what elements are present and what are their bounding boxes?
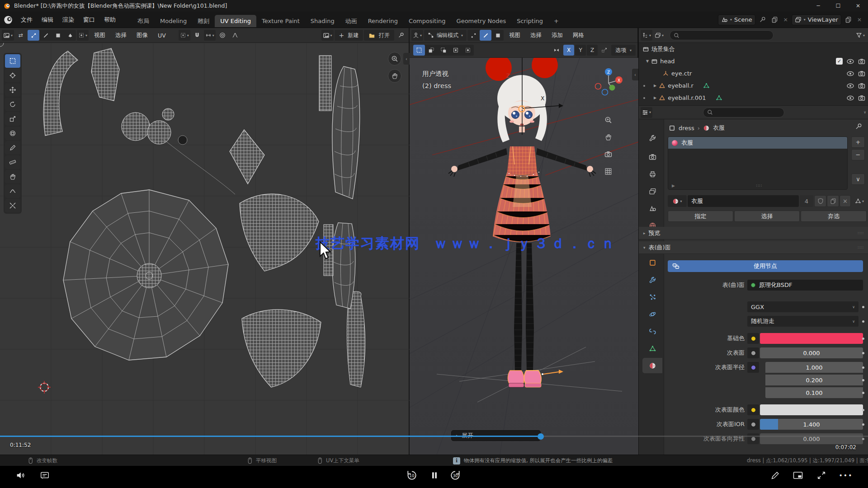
menu-render[interactable]: 渲染 bbox=[58, 14, 79, 26]
keyframe-dot[interactable] bbox=[862, 352, 864, 354]
nodetree-link-button[interactable]: ▾ bbox=[852, 195, 867, 207]
keyframe-dot[interactable] bbox=[862, 306, 864, 308]
panel-grip[interactable]: ∷∷ bbox=[858, 245, 864, 250]
tab-particles[interactable] bbox=[642, 289, 662, 305]
select-mode-edge[interactable] bbox=[480, 30, 491, 41]
blender-menu-icon[interactable] bbox=[4, 15, 13, 24]
viewport-pan-button[interactable] bbox=[601, 130, 615, 144]
workspace-tab-texture-paint[interactable]: Texture Paint bbox=[256, 15, 305, 27]
viewport-menu-select[interactable]: 选择 bbox=[526, 29, 546, 41]
uv-select-mode-face[interactable] bbox=[52, 30, 64, 41]
menu-help[interactable]: 帮助 bbox=[99, 14, 120, 26]
view-layer-selector[interactable]: ▾ ViewLayer bbox=[792, 14, 841, 25]
options-dropdown[interactable]: 选项 ▾ bbox=[611, 45, 636, 56]
workspace-tab-modeling[interactable]: Modeling bbox=[155, 15, 192, 27]
keyframe-dot[interactable] bbox=[862, 409, 864, 411]
forward-30-button[interactable]: 30 bbox=[448, 469, 462, 482]
uv-zoom-in-button[interactable] bbox=[388, 52, 401, 66]
subsurface-aniso-socket[interactable] bbox=[747, 433, 759, 444]
add-workspace-button[interactable]: + bbox=[548, 15, 564, 27]
surface-panel-header[interactable]: ▾ 表(曲)面 ∷∷ bbox=[639, 241, 868, 254]
outliner-display-mode-button[interactable]: ▾ bbox=[653, 30, 665, 41]
keyframe-dot[interactable] bbox=[862, 423, 864, 426]
select-button[interactable]: 选择 bbox=[734, 211, 800, 222]
subsurface-value[interactable]: 0.000 bbox=[760, 347, 863, 358]
surface-shader-field[interactable]: 原理化BSDF bbox=[747, 280, 863, 291]
mirror-z-button[interactable]: Z bbox=[587, 45, 598, 56]
hide-eye-icon[interactable] bbox=[847, 58, 854, 65]
uv-sync-selection-toggle[interactable]: ⇄ bbox=[15, 30, 27, 41]
subsurface-color-swatch[interactable] bbox=[760, 404, 863, 415]
keyframe-dot[interactable] bbox=[862, 320, 864, 323]
properties-search-input[interactable] bbox=[703, 108, 784, 117]
pin-scene-icon[interactable] bbox=[757, 14, 768, 25]
copy-scene-icon[interactable] bbox=[769, 14, 780, 25]
minimize-button[interactable]: ─ bbox=[808, 0, 828, 12]
workspace-tab-scripting[interactable]: Scripting bbox=[511, 15, 548, 27]
slot-list-grip[interactable]: ∷∷ bbox=[756, 183, 762, 188]
select-tool-new[interactable] bbox=[413, 45, 425, 56]
uv-tool-pinch-brush[interactable] bbox=[5, 199, 20, 212]
material-slot-row[interactable]: 衣服 bbox=[668, 137, 847, 149]
subsurface-ior-socket[interactable] bbox=[747, 419, 759, 430]
keyframe-dot[interactable] bbox=[862, 438, 864, 440]
render-camera-icon[interactable] bbox=[858, 82, 865, 89]
annotate-pencil-icon[interactable] bbox=[769, 469, 782, 482]
hide-eye-icon[interactable] bbox=[847, 82, 854, 89]
workspace-tab-animation[interactable]: 动画 bbox=[340, 15, 363, 27]
menu-window[interactable]: 窗口 bbox=[79, 14, 99, 26]
sss-method-dropdown[interactable]: 随机游走∨ bbox=[747, 316, 859, 327]
select-mode-face[interactable] bbox=[492, 30, 504, 41]
preview-panel-header[interactable]: ▸ 预览 ∷∷ bbox=[639, 227, 868, 239]
hide-eye-icon[interactable] bbox=[847, 94, 854, 102]
tab-constraints[interactable] bbox=[642, 324, 662, 339]
use-nodes-button[interactable]: 使用节点 bbox=[668, 260, 863, 272]
mirror-icon[interactable] bbox=[551, 45, 562, 56]
select-mode-vertex[interactable] bbox=[467, 30, 479, 41]
tab-modifiers[interactable] bbox=[642, 272, 662, 287]
outliner-row-eye-ctr[interactable]: eye.ctr bbox=[639, 67, 868, 80]
subsurface-radius-x[interactable]: 1.000 bbox=[765, 362, 863, 373]
uv-pan-button[interactable] bbox=[388, 69, 401, 83]
distribution-dropdown[interactable]: GGX∨ bbox=[747, 301, 859, 312]
close-button[interactable]: ✕ bbox=[848, 0, 868, 12]
outliner-row-scene-collection[interactable]: 场景集合 bbox=[639, 43, 868, 55]
browse-material-button[interactable]: ▾ bbox=[668, 195, 687, 207]
uv-menu-image[interactable]: 图像 bbox=[132, 29, 152, 41]
keyframe-dot[interactable] bbox=[862, 338, 864, 340]
panel-grip[interactable]: ∷∷ bbox=[858, 231, 864, 235]
delete-scene-icon[interactable]: ✕ bbox=[782, 14, 790, 25]
breadcrumb-material[interactable]: 衣服 bbox=[713, 124, 725, 132]
add-slot-button[interactable]: + bbox=[851, 136, 865, 148]
uv-editor-type-button[interactable]: ▾ bbox=[2, 30, 14, 41]
workspace-tab-geometry-nodes[interactable]: Geometry Nodes bbox=[451, 15, 512, 27]
copy-view-layer-icon[interactable] bbox=[843, 14, 854, 25]
subsurface-radius-socket[interactable] bbox=[747, 362, 759, 373]
uv-menu-uv[interactable]: UV bbox=[153, 29, 170, 41]
uv-tool-select-box[interactable] bbox=[5, 54, 20, 68]
tab-object[interactable] bbox=[642, 255, 662, 270]
uv-select-mode-island[interactable] bbox=[64, 30, 76, 41]
video-progress-handle[interactable] bbox=[538, 433, 544, 440]
uv-snap-toggle[interactable] bbox=[191, 30, 203, 41]
navigation-gizmo[interactable]: Z X bbox=[592, 66, 625, 99]
render-camera-icon[interactable] bbox=[858, 58, 865, 65]
viewport-menu-mesh[interactable]: 网格 bbox=[568, 29, 589, 41]
mirror-x-button[interactable]: X bbox=[563, 45, 574, 56]
hide-eye-icon[interactable] bbox=[847, 70, 854, 77]
tab-tool[interactable] bbox=[642, 130, 662, 145]
pause-button[interactable] bbox=[428, 469, 441, 482]
keyframe-dot[interactable] bbox=[862, 379, 864, 381]
assign-button[interactable]: 指定 bbox=[668, 211, 733, 222]
mirror-y-button[interactable]: Y bbox=[575, 45, 586, 56]
uv-image-browse-button[interactable]: ▾ bbox=[321, 30, 334, 41]
uv-sidebar-collapse-icon[interactable]: ‹ bbox=[403, 53, 410, 65]
render-camera-icon[interactable] bbox=[858, 94, 865, 102]
base-color-socket[interactable] bbox=[747, 333, 759, 344]
outliner-row-eyeball-r-001[interactable]: ▶ eyeball.r.001 bbox=[639, 92, 868, 104]
uv-pin-image-icon[interactable] bbox=[395, 30, 407, 41]
expand-arrow-icon[interactable]: ▶ bbox=[654, 84, 656, 88]
proportional-size-icon[interactable] bbox=[599, 45, 610, 56]
render-camera-icon[interactable] bbox=[858, 70, 865, 77]
workspace-tab-uv-editing[interactable]: UV Editing bbox=[215, 15, 256, 27]
